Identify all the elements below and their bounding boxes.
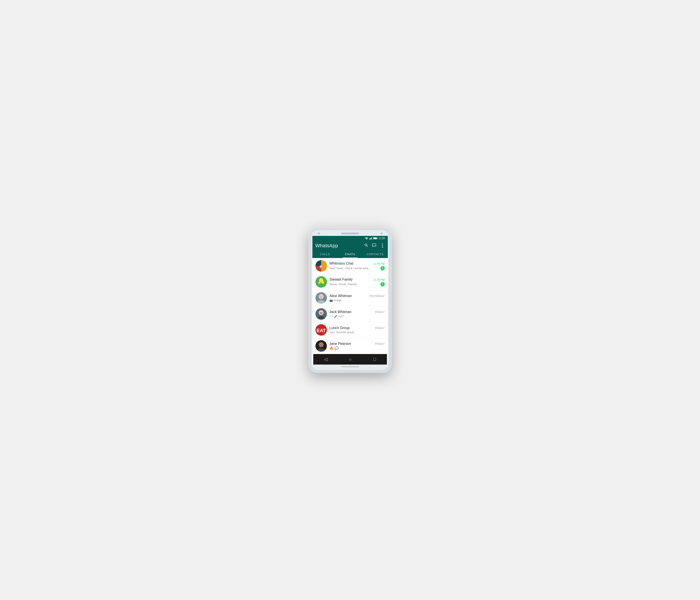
chat-preview-jack: ✓✓ 🎤 0:07 (329, 315, 385, 318)
status-bar: 11:50 (312, 236, 388, 241)
more-menu-icon[interactable]: ⋮ (380, 243, 385, 249)
svg-point-25 (320, 312, 321, 312)
chat-preview-stewart: Steve: Great, thanks! (329, 282, 380, 286)
chat-name-jane: Jane Pearson (329, 342, 351, 346)
signal-icon (369, 237, 372, 240)
phone-top-bar (311, 230, 389, 236)
chat-content-jane: Jane Pearson FRIDAY 🔥 💬 (329, 342, 385, 350)
svg-rect-27 (320, 313, 323, 314)
phone-device: 11:50 WhatsApp ⋮ (308, 227, 392, 373)
chat-preview-jane: 🔥 💬 (329, 346, 385, 350)
sensor (380, 232, 382, 234)
nav-recents-icon[interactable]: □ (373, 357, 376, 362)
chat-time-alice: YESTERDAY (369, 295, 385, 298)
tab-chats[interactable]: CHATS (338, 250, 362, 258)
chat-time-whitmans: 11:45 AM (374, 262, 385, 265)
svg-rect-7 (377, 238, 377, 239)
phone-bottom-bar (311, 365, 389, 370)
chat-top-jane: Jane Pearson FRIDAY (329, 342, 385, 346)
avatar-alice (316, 292, 327, 304)
chat-bottom-jack: ✓✓ 🎤 0:07 (329, 315, 385, 318)
chat-name-alice: Alice Whitman (329, 294, 352, 298)
front-camera (318, 232, 320, 234)
chat-item-whitmans[interactable]: 🏠 Whitmans Chat 11:45 AM Ned: Yeah, I th… (312, 258, 388, 274)
svg-rect-2 (370, 238, 371, 240)
svg-rect-4 (372, 237, 372, 240)
chat-bottom-whitmans: Ned: Yeah, I think I know wha... 3 (329, 266, 385, 271)
svg-rect-3 (371, 238, 371, 240)
chat-item-jane[interactable]: Jane Pearson FRIDAY 🔥 💬 (312, 338, 388, 354)
chat-time-jane: FRIDAY (375, 343, 384, 346)
svg-rect-1 (369, 239, 370, 240)
badge-whitmans: 3 (380, 266, 385, 271)
search-icon[interactable] (364, 243, 369, 249)
svg-point-26 (322, 312, 322, 312)
chat-item-stewart[interactable]: Stewart Family 11:39 AM Steve: Great, th… (312, 274, 388, 290)
avatar-lunch: EAT (316, 324, 327, 335)
chat-name-jack: Jack Whitman (329, 310, 351, 314)
svg-point-14 (318, 281, 321, 284)
chat-content-lunch: Lunch Group FRIDAY You: Sounds good! (329, 326, 385, 334)
phone-inner: 11:50 WhatsApp ⋮ (311, 230, 389, 370)
compose-icon[interactable] (372, 243, 376, 249)
chat-name-whitmans: Whitmans Chat (329, 261, 353, 266)
chat-content-alice: Alice Whitman YESTERDAY 📷 Image (329, 294, 385, 302)
svg-point-15 (321, 281, 324, 284)
chat-top-stewart: Stewart Family 11:39 AM (329, 277, 385, 281)
chat-time-jack: FRIDAY (375, 310, 384, 314)
speaker (341, 232, 359, 234)
chat-content-stewart: Stewart Family 11:39 AM Steve: Great, th… (329, 277, 385, 286)
chat-name-lunch: Lunch Group (329, 326, 350, 330)
chat-top-lunch: Lunch Group FRIDAY (329, 326, 385, 330)
badge-stewart: 1 (380, 282, 385, 286)
app-title: WhatsApp (316, 243, 338, 249)
svg-rect-6 (374, 238, 377, 239)
nav-back-icon[interactable]: ◁ (324, 357, 327, 362)
svg-point-36 (319, 342, 323, 347)
svg-text:EAT: EAT (316, 328, 326, 333)
status-time: 11:50 (378, 237, 385, 240)
avatar-jack (316, 308, 327, 320)
svg-point-21 (322, 296, 322, 297)
svg-point-23 (319, 310, 324, 315)
avatar-stewart (316, 276, 327, 288)
chat-list: 🏠 Whitmans Chat 11:45 AM Ned: Yeah, I th… (312, 258, 388, 354)
chat-top-alice: Alice Whitman YESTERDAY (329, 294, 385, 298)
tab-calls[interactable]: CALLS (312, 250, 338, 258)
chat-item-lunch[interactable]: EAT Lunch Group FRIDAY You: Sounds good! (312, 322, 388, 338)
chat-preview-whitmans: Ned: Yeah, I think I know wha... (329, 267, 380, 270)
chat-bottom-jane: 🔥 💬 (329, 346, 385, 350)
chat-preview-alice: 📷 Image (329, 299, 385, 302)
chat-item-jack[interactable]: Jack Whitman FRIDAY ✓✓ 🎤 0:07 (312, 306, 388, 322)
home-indicator (341, 366, 359, 367)
chat-time-stewart: 11:39 AM (374, 278, 385, 281)
nav-bar: ◁ ○ □ (313, 354, 387, 365)
chat-item-alice[interactable]: Alice Whitman YESTERDAY 📷 Image (312, 290, 388, 306)
chat-bottom-lunch: You: Sounds good! (329, 331, 385, 334)
phone-screen: 11:50 WhatsApp ⋮ (312, 236, 388, 365)
chat-top-whitmans: Whitmans Chat 11:45 AM (329, 261, 385, 266)
battery-icon (373, 237, 377, 240)
chat-bottom-stewart: Steve: Great, thanks! 1 (329, 282, 385, 286)
avatar-jane (316, 340, 327, 352)
svg-point-0 (366, 239, 367, 240)
tabs-bar: CALLS CHATS CONTACTS (312, 250, 388, 258)
svg-point-20 (320, 296, 321, 297)
chat-content-jack: Jack Whitman FRIDAY ✓✓ 🎤 0:07 (329, 310, 385, 318)
wifi-icon (365, 237, 368, 240)
svg-text:🏠: 🏠 (319, 265, 323, 269)
chat-time-lunch: FRIDAY (375, 327, 384, 330)
chat-name-stewart: Stewart Family (329, 277, 353, 281)
chat-bottom-alice: 📷 Image (329, 299, 385, 302)
tab-contacts[interactable]: CONTACTS (362, 250, 388, 258)
status-icons: 11:50 (365, 237, 385, 240)
svg-point-19 (319, 294, 323, 299)
app-header: WhatsApp ⋮ (312, 241, 388, 250)
chat-content-whitmans: Whitmans Chat 11:45 AM Ned: Yeah, I thin… (329, 261, 385, 271)
chat-top-jack: Jack Whitman FRIDAY (329, 310, 385, 314)
avatar-whitmans: 🏠 (316, 260, 327, 272)
nav-home-icon[interactable]: ○ (349, 357, 352, 362)
chat-preview-lunch: You: Sounds good! (329, 331, 385, 334)
header-icons: ⋮ (364, 243, 385, 249)
